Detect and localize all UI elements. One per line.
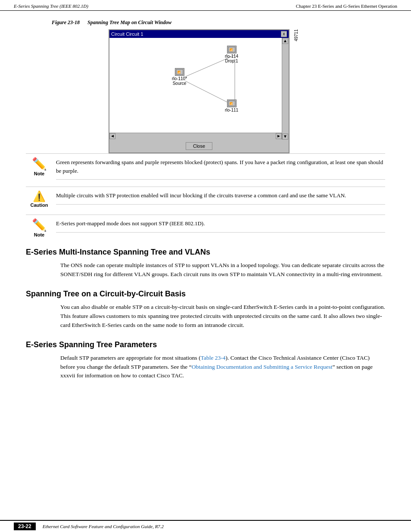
note-1: ✏️ Note Green represents forwarding span… [26, 153, 385, 180]
note-2-label: Note [34, 232, 44, 237]
node-rlo114: 📶 rlo-114 Drop:1 [225, 46, 238, 63]
page: E-Series Spanning Tree (IEEE 802.1D) Cha… [0, 0, 411, 532]
node2-sublabel: Source [173, 81, 187, 86]
node1-sublabel: Drop:1 [225, 59, 238, 63]
svg-text:📶: 📶 [230, 102, 233, 106]
note-1-label: Note [34, 171, 44, 176]
figure-title: Spanning Tree Map on Circuit Window [87, 19, 171, 25]
svg-text:📶: 📶 [177, 71, 181, 74]
section-body-parameters: Default STP parameters are appropriate f… [60, 354, 385, 381]
figure-annotation-col: 49711 [290, 29, 302, 41]
close-button[interactable]: Close [186, 142, 212, 150]
node2-label: rlo-110* [172, 76, 187, 81]
caution-1-icon: ⚠️ Caution [26, 191, 56, 208]
note-2-pencil-icon: ✏️ [32, 219, 47, 231]
scrollbar-right[interactable]: ▲ ▼ [282, 38, 289, 140]
circuit-titlebar: Circuit Circuit 1 x [109, 30, 289, 38]
svg-text:📶: 📶 [230, 48, 233, 52]
section-heading-parameters: E-Series Spanning Tree Parameters [26, 340, 385, 349]
note-1-text: Green represents forwarding spans and pu… [56, 158, 385, 180]
node3-label: rlo-111 [225, 108, 238, 112]
node-rlo111: 📶 rlo-111 [225, 100, 238, 112]
obtaining-doc-link[interactable]: Obtaining Documentation and Submitting a… [192, 364, 333, 370]
section-body-circuit-basis: You can also disable or enable STP on a … [60, 303, 385, 330]
page-number: 23-22 [14, 523, 36, 530]
figure-annotation: 49711 [294, 29, 299, 41]
circuit-window: Circuit Circuit 1 x [109, 29, 290, 153]
footer-text: Ethernet Card Software Feature and Confi… [43, 524, 164, 529]
circuit-title: Circuit Circuit 1 [111, 31, 143, 37]
caution-triangle-icon: ⚠️ [33, 191, 46, 202]
node2-icon-img: 📶 [175, 68, 184, 76]
circuit-lines [109, 38, 282, 133]
header-left: E-Series Spanning Tree (IEEE 802.1D) [14, 3, 88, 9]
node-rlo110: 📶 rlo-110* Source [172, 68, 187, 86]
note-1-icon: ✏️ Note [26, 158, 56, 176]
figure-caption: Figure 23-18 Spanning Tree Map on Circui… [26, 19, 385, 26]
header-right: Chapter 23 E-Series and G-Series Etherne… [296, 3, 397, 9]
note-2: ✏️ Note E-Series port-mapped mode does n… [26, 215, 385, 237]
circuit-body: 📶 rlo-114 Drop:1 📶 rlo-110* Source [109, 38, 282, 133]
page-header: E-Series Spanning Tree (IEEE 802.1D) Cha… [0, 0, 411, 11]
section-heading-multi-instance: E-Series Multi-Instance Spanning Tree an… [26, 248, 385, 257]
circuit-footer: Close [109, 140, 289, 152]
note-2-icon: ✏️ Note [26, 219, 56, 237]
content-area: Figure 23-18 Spanning Tree Map on Circui… [0, 11, 411, 395]
page-footer: 23-22 Ethernet Card Software Feature and… [0, 520, 411, 532]
caution-1-label: Caution [31, 202, 48, 208]
section-heading-circuit-basis: Spanning Tree on a Circuit-by-Circuit Ba… [26, 289, 385, 299]
circuit-close-btn[interactable]: x [281, 31, 287, 37]
caution-1: ⚠️ Caution Multiple circuits with STP pr… [26, 187, 385, 208]
caution-1-text: Multiple circuits with STP protection en… [56, 191, 385, 205]
node-icon-img: 📶 [227, 46, 237, 53]
figure-row: Circuit Circuit 1 x [26, 29, 385, 153]
figure-number: Figure 23-18 [52, 19, 80, 25]
note-pencil-icon: ✏️ [32, 158, 47, 170]
note-2-text: E-Series port-mapped mode does not suppo… [56, 219, 385, 233]
table-link[interactable]: Table 23-4 [201, 355, 226, 361]
section-body-multi-instance: The ONS node can operate multiple instan… [60, 261, 385, 279]
node1-label: rlo-114 [225, 54, 238, 59]
node3-icon-img: 📶 [227, 100, 237, 107]
scrollbar-bottom[interactable]: ◄ ► [109, 133, 282, 140]
